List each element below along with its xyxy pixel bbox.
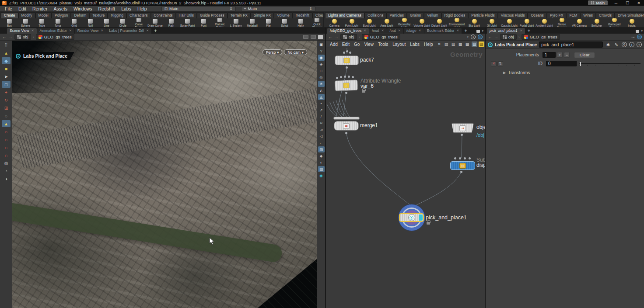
pane-tab[interactable]: Render View ✕ xyxy=(75,28,106,34)
shelf-tab[interactable]: Oceans xyxy=(528,12,546,18)
shelf-tool[interactable]: Inputs xyxy=(623,18,640,27)
shelf-tab[interactable]: Constraints xyxy=(151,12,176,18)
list-mode-icon[interactable]: ▥ xyxy=(451,42,456,47)
snap-diamond-icon[interactable]: ◆ xyxy=(2,57,10,64)
node-subnet-disp[interactable]: ▤ xyxy=(450,161,475,170)
shelf-tool[interactable]: Platonic Solids xyxy=(212,18,228,27)
info-icon[interactable]: i xyxy=(629,42,634,47)
grid-display-icon[interactable]: ◆ xyxy=(318,153,325,159)
forward-icon[interactable]: → xyxy=(494,35,498,39)
shelf-tool[interactable]: Sphere xyxy=(18,18,34,27)
node-input-dot[interactable] xyxy=(454,157,456,159)
close-tab-icon[interactable]: ✕ xyxy=(398,29,401,32)
shelf-tab[interactable]: Lights and Cameras xyxy=(325,12,364,18)
node-input-dot[interactable] xyxy=(349,52,351,54)
normals-icon[interactable]: ↗ xyxy=(318,107,325,113)
camera-select-pill[interactable]: No cam ▾ xyxy=(284,49,307,55)
close-tab-icon[interactable]: ✕ xyxy=(457,29,459,32)
shelf-tool[interactable]: Distant Light xyxy=(430,18,448,27)
shelf-tool[interactable]: VR Camera xyxy=(570,18,588,27)
pane-tab[interactable]: Labs | Parameter Diff ✕ xyxy=(106,28,151,34)
network-menu-item[interactable]: Go xyxy=(352,42,362,47)
lighting-icon[interactable]: ◭ xyxy=(318,87,325,93)
shelf-tab[interactable]: Pyro FX xyxy=(547,12,567,18)
node-input-dot[interactable] xyxy=(469,157,471,159)
help-icon[interactable]: ? xyxy=(637,42,642,47)
pane-tab[interactable]: pick_and_place1 ✕ xyxy=(487,28,525,34)
menu-item[interactable]: Labs xyxy=(118,6,134,11)
maximize-button[interactable]: ☐ xyxy=(624,1,630,5)
network-menu-item[interactable]: Tools xyxy=(376,42,390,47)
node-pack7[interactable]: ◫ xyxy=(335,55,359,65)
shelf-tab[interactable]: Particle Fluids xyxy=(468,12,497,18)
brush-icon[interactable]: ✎ xyxy=(613,42,620,48)
insert-instance-button[interactable]: ⇅ xyxy=(497,61,503,66)
pane-tab[interactable]: Scene View ✕ xyxy=(7,28,37,34)
axis-icon[interactable]: ⌐ xyxy=(318,140,325,146)
gallery-icon[interactable]: ▨ xyxy=(472,42,477,47)
node-output-dot[interactable] xyxy=(460,171,462,173)
slider-handle[interactable] xyxy=(580,62,581,66)
node-chip[interactable]: GEO_gs_trees xyxy=(522,34,560,40)
shelf-tab[interactable]: Grains xyxy=(407,12,424,18)
node-output-dot[interactable] xyxy=(346,66,348,69)
shelf-tab[interactable]: Redshift xyxy=(293,12,312,18)
shelf-tool[interactable]: Spiral xyxy=(276,18,293,27)
close-tab-icon[interactable]: ✕ xyxy=(101,29,103,32)
shelf-tool[interactable]: Box xyxy=(1,18,18,27)
network-menu-item[interactable]: Help xyxy=(422,42,435,47)
add-placement-button[interactable]: + xyxy=(557,52,563,58)
shelf-tool[interactable]: Curve Bezier xyxy=(131,18,147,27)
node-output-dot[interactable] xyxy=(345,132,347,134)
forward-icon[interactable]: → xyxy=(8,35,13,39)
pane-layout-icon[interactable]: ▣ xyxy=(318,42,325,48)
shelf-tool[interactable]: Line xyxy=(98,18,115,27)
node-merge1[interactable]: ⇉ xyxy=(334,121,359,131)
select-tool-icon[interactable]: ➤ xyxy=(2,73,10,80)
shelf-tool[interactable]: Geometry Light xyxy=(396,18,413,27)
reference-plane-icon[interactable]: ◔ xyxy=(2,167,10,174)
close-tab-icon[interactable]: ✕ xyxy=(382,29,384,32)
shelf-tool[interactable]: Metaball xyxy=(244,18,260,27)
align-nodes-icon[interactable]: ▩ xyxy=(465,42,470,47)
help-circle-icon[interactable]: ? xyxy=(318,48,325,54)
close-tab-icon[interactable]: ✕ xyxy=(146,29,149,32)
remove-placement-button[interactable]: − xyxy=(564,52,570,58)
shelf-tab[interactable]: Simple FX xyxy=(251,12,274,18)
pane-tab[interactable]: /stage ✕ xyxy=(404,28,424,34)
node-input-dot[interactable] xyxy=(343,52,345,54)
pane-maximize-icon[interactable] xyxy=(476,30,480,33)
pane-tab[interactable]: /out ✕ xyxy=(387,28,403,34)
node-output-dot[interactable] xyxy=(461,134,463,136)
lock-camera-icon[interactable] xyxy=(311,35,316,39)
network-canvas[interactable]: Geometry xyxy=(326,48,485,308)
node-input-dot[interactable] xyxy=(352,76,354,78)
pane-tab[interactable]: /mat ✕ xyxy=(369,28,386,34)
shelf-tool[interactable]: Portal Light xyxy=(518,18,536,27)
id-slider[interactable] xyxy=(579,61,640,66)
menu-item[interactable]: Assets xyxy=(50,6,70,11)
shelf-tool[interactable]: Null xyxy=(82,18,98,27)
tools-icon[interactable]: ✕ xyxy=(437,42,442,47)
pane-menu-icon[interactable]: ▾ xyxy=(641,29,643,33)
close-tab-icon[interactable]: ✕ xyxy=(419,29,421,32)
node-chip[interactable]: GEO_gs_trees xyxy=(362,34,400,40)
network-menu-item[interactable]: Add xyxy=(328,42,340,47)
shelf-tool[interactable]: Torus xyxy=(50,18,66,27)
snap-magnet-point-icon[interactable]: ∩ xyxy=(2,144,10,151)
shelf-overflow-icon[interactable]: ▾ xyxy=(641,14,643,17)
shelf-tool[interactable]: Switcher xyxy=(588,18,606,27)
shelf-tab[interactable]: Cloud FX xyxy=(312,12,324,18)
node-var_6[interactable]: λ xyxy=(335,80,358,91)
shelf-tool[interactable]: Stereo Camera xyxy=(553,18,570,27)
close-tab-icon[interactable]: ✕ xyxy=(364,29,366,32)
forward-icon[interactable]: → xyxy=(334,35,339,39)
shelf-tab[interactable]: Volume xyxy=(274,12,292,18)
ghost-objects-icon[interactable]: ◎ xyxy=(318,74,325,80)
sticky-note-icon[interactable]: ▧ xyxy=(479,42,484,47)
merge-input-bar[interactable] xyxy=(333,117,360,120)
shelf-tool[interactable]: Helix xyxy=(293,18,309,27)
pane-tab[interactable]: Bookmark Editor ✕ xyxy=(424,28,462,34)
point-numbers-icon[interactable]: ¹² xyxy=(318,120,325,126)
menu-item[interactable]: Help xyxy=(134,6,150,11)
